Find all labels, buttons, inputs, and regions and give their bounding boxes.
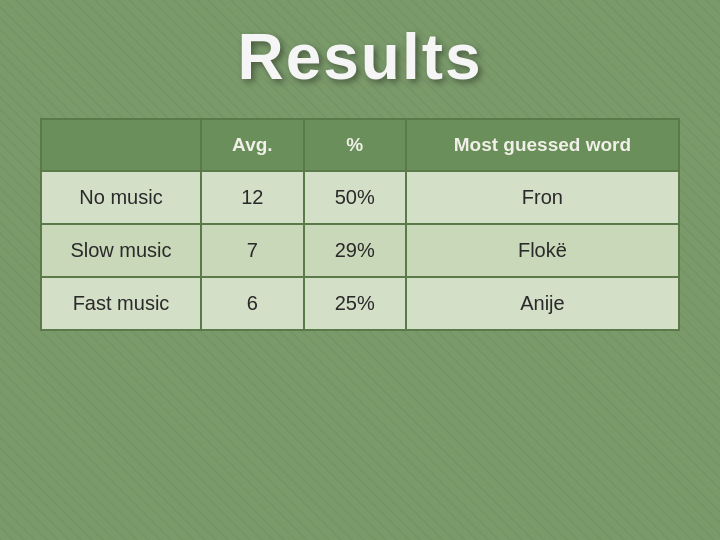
row-percent: 29% <box>304 224 406 277</box>
table-header-row: Avg. % Most guessed word <box>41 119 679 171</box>
header-percent: % <box>304 119 406 171</box>
row-label: No music <box>41 171 201 224</box>
row-avg: 12 <box>201 171 304 224</box>
header-empty <box>41 119 201 171</box>
table-row: Slow music729%Flokë <box>41 224 679 277</box>
row-label: Fast music <box>41 277 201 330</box>
row-avg: 7 <box>201 224 304 277</box>
row-most-guessed: Anije <box>406 277 679 330</box>
page-title: Results <box>237 20 482 94</box>
row-label: Slow music <box>41 224 201 277</box>
header-most-guessed: Most guessed word <box>406 119 679 171</box>
row-percent: 25% <box>304 277 406 330</box>
table-row: No music1250%Fron <box>41 171 679 224</box>
results-table: Avg. % Most guessed word No music1250%Fr… <box>40 118 680 331</box>
row-avg: 6 <box>201 277 304 330</box>
header-avg: Avg. <box>201 119 304 171</box>
row-most-guessed: Flokë <box>406 224 679 277</box>
row-most-guessed: Fron <box>406 171 679 224</box>
row-percent: 50% <box>304 171 406 224</box>
table-row: Fast music625%Anije <box>41 277 679 330</box>
